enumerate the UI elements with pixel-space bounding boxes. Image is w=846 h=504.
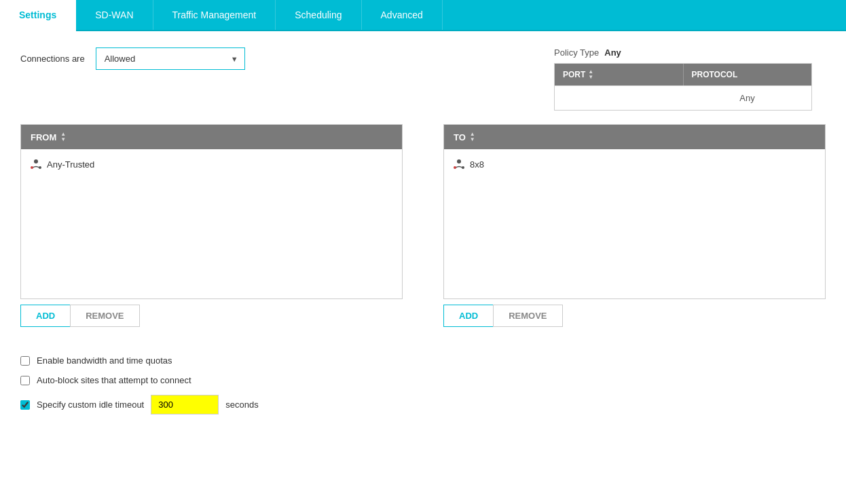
- tabs-bar: Settings SD-WAN Traffic Management Sched…: [0, 0, 846, 31]
- tab-sdwan[interactable]: SD-WAN: [76, 0, 153, 30]
- timeout-input[interactable]: [151, 395, 219, 414]
- policy-type-value: Any: [604, 47, 621, 58]
- from-label: FROM: [31, 132, 56, 142]
- to-panel: TO ▲▼: [443, 124, 826, 299]
- to-sort-icon: ▲▼: [470, 132, 475, 142]
- connections-select[interactable]: Allowed Denied: [96, 47, 245, 70]
- options-section: Enable bandwidth and time quotas Auto-bl…: [20, 355, 826, 431]
- tab-advanced[interactable]: Advanced: [362, 0, 443, 30]
- seconds-label: seconds: [225, 400, 258, 410]
- content-area: Connections are Allowed Denied ▼ Policy …: [0, 31, 846, 447]
- panels-outer: FROM ▲▼: [20, 124, 826, 343]
- timeout-label: Specify custom idle timeout: [37, 400, 144, 410]
- page-container: Settings SD-WAN Traffic Management Sched…: [0, 0, 846, 504]
- table-row: Any: [555, 85, 811, 110]
- left-top: Connections are Allowed Denied ▼: [20, 47, 441, 86]
- autoblock-label: Auto-block sites that attempt to connect: [37, 375, 191, 385]
- to-panel-body: 8x8: [444, 149, 825, 298]
- from-panel-header: FROM ▲▼: [21, 125, 402, 149]
- svg-point-4: [454, 166, 456, 169]
- connections-row: Connections are Allowed Denied ▼: [20, 47, 441, 70]
- bandwidth-label: Enable bandwidth and time quotas: [37, 355, 172, 366]
- to-label: TO: [454, 132, 466, 142]
- svg-point-0: [34, 159, 38, 163]
- list-item: Any-Trusted: [29, 156, 394, 172]
- svg-point-5: [462, 166, 464, 169]
- policy-table-header: PORT ▲▼ PROTOCOL: [555, 64, 811, 85]
- to-section: TO ▲▼: [443, 124, 826, 343]
- to-panel-header: TO ▲▼: [444, 125, 825, 149]
- from-buttons-row: ADD REMOVE: [20, 305, 403, 327]
- from-panel-body: Any-Trusted: [21, 149, 402, 298]
- policy-type-row: Policy Type Any: [554, 47, 826, 58]
- network-icon: [29, 159, 43, 170]
- to-buttons-row: ADD REMOVE: [443, 305, 826, 327]
- to-add-button[interactable]: ADD: [443, 305, 493, 327]
- autoblock-checkbox[interactable]: [20, 376, 30, 385]
- from-sort-icon: ▲▼: [60, 132, 66, 142]
- network-icon: [452, 159, 466, 170]
- protocol-cell: Any: [683, 86, 811, 110]
- svg-point-3: [457, 159, 461, 163]
- port-label: PORT: [563, 70, 585, 79]
- list-item: 8x8: [452, 156, 817, 172]
- policy-table: PORT ▲▼ PROTOCOL Any: [554, 63, 812, 111]
- right-top: Policy Type Any PORT ▲▼ PROTOCOL: [554, 47, 826, 111]
- policy-table-body: Any: [555, 85, 811, 110]
- top-row: Connections are Allowed Denied ▼ Policy …: [20, 47, 826, 111]
- bandwidth-option-row: Enable bandwidth and time quotas: [20, 355, 826, 366]
- svg-point-2: [39, 166, 41, 169]
- svg-point-1: [31, 166, 33, 169]
- tab-settings[interactable]: Settings: [0, 0, 76, 31]
- policy-type-label: Policy Type: [554, 47, 599, 58]
- timeout-option-row: Specify custom idle timeout seconds: [20, 395, 826, 414]
- to-remove-button[interactable]: REMOVE: [493, 305, 562, 327]
- to-item-label: 8x8: [470, 159, 484, 170]
- autoblock-option-row: Auto-block sites that attempt to connect: [20, 375, 826, 385]
- from-item-label: Any-Trusted: [47, 159, 94, 170]
- bandwidth-checkbox[interactable]: [20, 356, 30, 366]
- from-remove-button[interactable]: REMOVE: [70, 305, 139, 327]
- timeout-checkbox[interactable]: [20, 400, 30, 410]
- protocol-label: PROTOCOL: [692, 70, 738, 79]
- port-cell: [555, 86, 683, 110]
- connections-label: Connections are: [20, 54, 85, 64]
- from-add-button[interactable]: ADD: [20, 305, 70, 327]
- policy-col-port[interactable]: PORT ▲▼: [555, 64, 684, 85]
- from-section: FROM ▲▼: [20, 124, 403, 343]
- tab-scheduling[interactable]: Scheduling: [276, 0, 361, 30]
- policy-col-protocol[interactable]: PROTOCOL: [684, 64, 812, 85]
- from-panel: FROM ▲▼: [20, 124, 403, 299]
- port-sort-icon: ▲▼: [588, 69, 593, 80]
- tab-traffic-management[interactable]: Traffic Management: [153, 0, 276, 30]
- connections-select-wrapper: Allowed Denied ▼: [96, 47, 245, 70]
